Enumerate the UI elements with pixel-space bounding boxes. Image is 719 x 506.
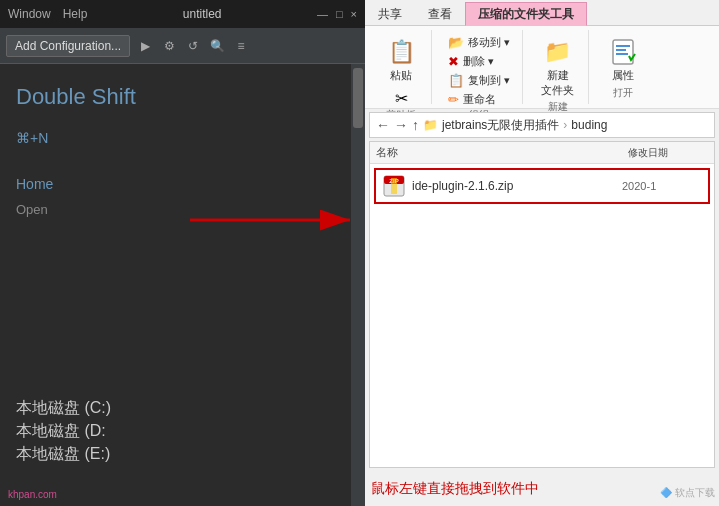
delete-button[interactable]: ✖ 删除 ▾ [444,53,514,70]
path-current[interactable]: buding [571,118,607,132]
svg-rect-7 [391,178,397,194]
svg-rect-0 [613,40,633,64]
settings-icon[interactable]: ⚙ [160,37,178,55]
file-area: 名称 修改日期 ZIP ide-plugin-2.1.6.zip 2020-1 [369,141,715,468]
menu-window[interactable]: Window [8,7,51,21]
search-icon[interactable]: 🔍 [208,37,226,55]
svg-rect-3 [616,53,628,55]
properties-icon [607,36,639,68]
file-list-header: 名称 修改日期 [370,142,714,164]
ide-panel: Window Help untitled — □ × Add Configura… [0,0,365,506]
open-link[interactable]: Home [16,176,349,192]
nav-up-btn[interactable]: ↑ [412,117,419,133]
open-group-label: 打开 [613,86,633,100]
tab-view[interactable]: 查看 [415,2,465,26]
move-to-button[interactable]: 📂 移动到 ▾ [444,34,514,51]
organize-buttons: 📂 移动到 ▾ ✖ 删除 ▾ 📋 复制到 ▾ ✏ 重命名 [444,34,514,108]
rename-icon: ✏ [448,92,459,107]
nav-forward-btn[interactable]: → [394,117,408,133]
open-group: 属性 打开 [593,30,653,104]
new-folder-icon: 📁 [542,36,574,68]
svg-rect-2 [616,49,626,51]
nav-back-btn[interactable]: ← [376,117,390,133]
zip-file-icon: ZIP [382,174,406,198]
new-folder-button[interactable]: 📁 新建 文件夹 [535,34,580,100]
address-bar: ← → ↑ 📁 jetbrains无限使用插件 › buding [369,112,715,138]
maximize-btn[interactable]: □ [336,8,343,20]
disk-list: 本地磁盘 (C:) 本地磁盘 (D: 本地磁盘 (E:) [16,397,111,466]
path-root[interactable]: jetbrains无限使用插件 [442,117,559,134]
col-date-header: 修改日期 [628,146,708,160]
move-icon: 📂 [448,35,464,50]
col-name-header: 名称 [376,145,628,160]
watermark-right: 🔷 软点下载 [660,486,715,500]
address-path: 📁 jetbrains无限使用插件 › buding [423,117,607,134]
copy-icon: 📋 [448,73,464,88]
run-icon[interactable]: ▶ [136,37,154,55]
ribbon-content: 📋 粘贴 ✂ 剪贴板 📂 移动到 ▾ ✖ 删除 ▾ [365,26,719,108]
menu-help[interactable]: Help [63,7,88,21]
path-separator: › [563,118,567,132]
tab-share[interactable]: 共享 [365,2,415,26]
refresh-icon[interactable]: ↺ [184,37,202,55]
ide-toolbar: Add Configuration... ▶ ⚙ ↺ 🔍 ≡ [0,28,365,64]
delete-icon: ✖ [448,54,459,69]
ide-titlebar: Window Help untitled — □ × [0,0,365,28]
cut-button[interactable]: ✂ [395,89,408,108]
tab-compress-tools[interactable]: 压缩的文件夹工具 [465,2,587,26]
double-shift-shortcut[interactable]: Double Shift [16,84,349,110]
clipboard-group: 📋 粘贴 ✂ 剪贴板 [371,30,432,104]
ribbon: 共享 查看 压缩的文件夹工具 📋 粘贴 ✂ 剪贴板 📂 移动到 ▾ [365,0,719,109]
ribbon-tabs: 共享 查看 压缩的文件夹工具 [365,0,719,26]
rename-button[interactable]: ✏ 重命名 [444,91,514,108]
add-configuration-button[interactable]: Add Configuration... [6,35,130,57]
ide-window-title: untitled [183,7,222,21]
watermark-left: khpan.com [8,489,57,500]
disk-d[interactable]: 本地磁盘 (D: [16,420,111,443]
watermark-icon: 🔷 [660,487,672,498]
file-name: ide-plugin-2.1.6.zip [412,179,622,193]
ide-menu[interactable]: Window Help [8,7,87,21]
disk-e[interactable]: 本地磁盘 (E:) [16,443,111,466]
scroll-thumb[interactable] [353,68,363,128]
file-row[interactable]: ZIP ide-plugin-2.1.6.zip 2020-1 [374,168,710,204]
file-date: 2020-1 [622,180,702,192]
close-btn[interactable]: × [351,8,357,20]
menu-icon[interactable]: ≡ [232,37,250,55]
properties-button[interactable]: 属性 [601,34,645,85]
folder-icon: 📁 [423,118,438,132]
svg-rect-1 [616,45,630,47]
paste-icon: 📋 [385,36,417,68]
paste-button[interactable]: 📋 粘贴 [379,34,423,85]
copy-to-button[interactable]: 📋 复制到 ▾ [444,72,514,89]
ide-content: Double Shift ⌘+N Home Open 本地磁盘 (C:) 本地磁… [0,64,365,506]
minimize-btn[interactable]: — [317,8,328,20]
disk-c[interactable]: 本地磁盘 (C:) [16,397,111,420]
explorer-panel: 共享 查看 压缩的文件夹工具 📋 粘贴 ✂ 剪贴板 📂 移动到 ▾ [365,0,719,506]
window-controls[interactable]: — □ × [317,8,357,20]
new-group: 📁 新建 文件夹 新建 [527,30,589,104]
scrollbar[interactable] [351,64,365,506]
organize-group: 📂 移动到 ▾ ✖ 删除 ▾ 📋 复制到 ▾ ✏ 重命名 [436,30,523,104]
new-item-shortcut[interactable]: ⌘+N [16,130,349,146]
open-label: Open [16,202,349,217]
